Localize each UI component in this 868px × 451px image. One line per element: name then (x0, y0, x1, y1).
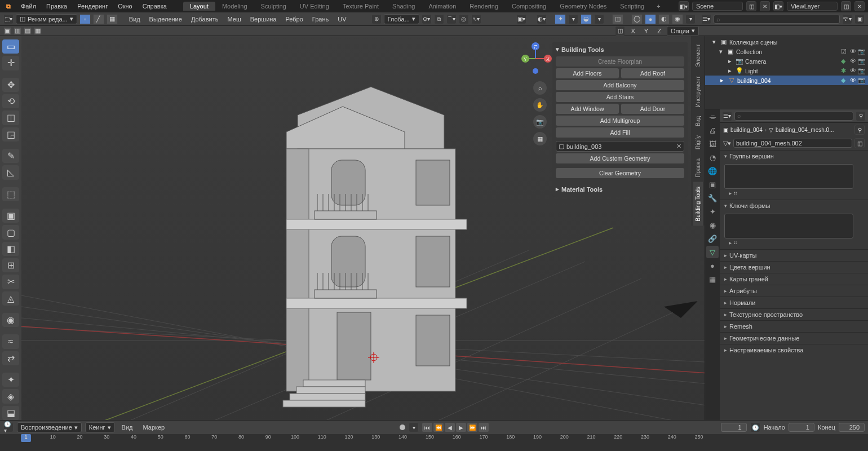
breadcrumb-pin-icon[interactable]: ⚲ (854, 125, 865, 135)
shading-material[interactable]: ◐ (658, 14, 670, 24)
tab-sculpting[interactable]: Sculpting (254, 2, 293, 11)
panel-texspace[interactable]: ▸Текстурное пространство (720, 309, 868, 320)
tool-smooth[interactable]: ≈ (2, 334, 19, 348)
panel-custom[interactable]: ▸Настраиваемые свойства (720, 344, 868, 356)
timeline-ruler[interactable]: 1 11020304050607080901001101201301401501… (0, 434, 868, 451)
add-floors-button[interactable]: Add Floors (556, 68, 619, 78)
tool-edgeslide[interactable]: ⇄ (2, 351, 19, 365)
gizmo-menu-icon[interactable]: ▾ (568, 14, 578, 24)
menu-window[interactable]: Окно (113, 0, 138, 12)
proportional-toggle[interactable]: ◎ (459, 14, 469, 24)
menu-uv[interactable]: UV (334, 15, 349, 23)
panel-vcolors[interactable]: ▸Цвета вершин (720, 262, 868, 273)
viewport[interactable]: Пользовательская перспектива (1) buildin… (21, 36, 705, 420)
eye-icon[interactable]: 👁 (849, 77, 857, 84)
snap-menu-icon[interactable]: ⌒▾ (446, 14, 457, 24)
nav-gizmo[interactable]: Z X Y (519, 42, 552, 76)
scene-browse-icon[interactable]: ◧▾ (679, 1, 689, 11)
ptab-material[interactable]: ● (706, 259, 719, 272)
select-mode-face[interactable]: ▦ (107, 14, 118, 24)
selmode-icon-4[interactable]: ▦ (34, 27, 42, 35)
ptab-particle[interactable]: ✦ (706, 205, 719, 218)
tab-rendering[interactable]: Rendering (463, 2, 505, 11)
scene-new-button[interactable]: ◫ (746, 1, 756, 11)
ptab-constraint[interactable]: 🔗 (706, 232, 719, 245)
add-roof-button[interactable]: Add Roof (621, 68, 684, 78)
tab-uv[interactable]: UV Editing (293, 2, 336, 11)
tab-animation[interactable]: Animation (422, 2, 463, 11)
overlay-menu-icon[interactable]: ▾ (594, 14, 604, 24)
outliner-building[interactable]: ▸▽ building_004 ◆ 👁📷 (705, 76, 868, 85)
tool-bevel[interactable]: ◧ (2, 242, 19, 256)
tool-extrude[interactable]: ▣ (2, 209, 19, 223)
tool-move[interactable]: ✥ (2, 78, 19, 92)
play-reverse-button[interactable]: ◀ (445, 423, 455, 432)
outliner-new-collection-icon[interactable]: ▣ (854, 14, 865, 24)
playback-menu[interactable]: Воспроизведение▾ (17, 422, 82, 432)
tool-scale[interactable]: ◫ (2, 110, 19, 125)
add-workspace-button[interactable]: + (654, 3, 662, 10)
panel-attributes[interactable]: ▸Атрибуты (720, 285, 868, 297)
ptab-render[interactable]: ⌯ (706, 110, 719, 123)
shading-rendered[interactable]: ◉ (672, 14, 683, 24)
xray-toggle[interactable]: ◫ (612, 14, 623, 24)
zoom-icon[interactable]: ⌕ (533, 81, 547, 95)
menu-render[interactable]: Рендеринг (72, 0, 113, 12)
tab-modeling[interactable]: Modeling (215, 2, 254, 11)
render-icon[interactable]: 📷 (858, 77, 866, 84)
tool-loopcut[interactable]: ⊞ (2, 258, 19, 272)
tool-cursor[interactable]: ✛ (2, 56, 19, 70)
tab-layout[interactable]: Layout (183, 2, 215, 11)
ptab-viewlayer[interactable]: 🖼 (706, 138, 719, 150)
menu-view[interactable]: Вид (126, 15, 144, 23)
tool-riprgn[interactable]: ⬓ (2, 406, 19, 420)
breadcrumb-mesh[interactable]: building_004_mesh.0... (776, 127, 834, 133)
menu-vertex[interactable]: Вершина (247, 15, 280, 23)
properties-search[interactable]: ⌕ (734, 112, 853, 121)
breadcrumb-object[interactable]: building_004 (730, 127, 763, 133)
add-multigroup-button[interactable]: Add Multigroup (556, 116, 684, 126)
snap-toggle[interactable]: ⧉ (434, 14, 444, 24)
tool-inset[interactable]: ▢ (2, 225, 19, 239)
keyframe-prev-button[interactable]: ⏪ (433, 423, 444, 432)
autokey-toggle[interactable] (400, 425, 405, 430)
pan-icon[interactable]: ✋ (533, 98, 547, 112)
ntab-view[interactable]: Вид (693, 112, 703, 131)
panel-building-tools-header[interactable]: ▾Building Tools (556, 44, 684, 55)
keying-menu[interactable]: Кеинг▾ (85, 422, 115, 432)
viewlayer-new-button[interactable]: ◫ (841, 1, 851, 11)
axis-x-label[interactable]: X (627, 27, 638, 35)
tab-shading[interactable]: Shading (386, 2, 422, 11)
ptab-modifier[interactable]: 🔧 (706, 192, 719, 204)
tab-geonodes[interactable]: Geometry Nodes (553, 2, 613, 11)
timeline-marker-menu[interactable]: Маркер (139, 423, 168, 431)
ptab-output[interactable]: 🖨 (706, 124, 719, 136)
tool-annotate[interactable]: ✎ (2, 149, 19, 163)
selmode-icon-1[interactable]: ▣ (3, 27, 11, 35)
outliner-tree[interactable]: ▾▣ Коллекция сцены ▾▣ Collection ☑👁📷 ▸📷 … (705, 36, 868, 109)
orientation-dropdown[interactable]: Глоба...▾ (384, 14, 419, 24)
timeline-editor-icon[interactable]: 🕓▾ (3, 422, 14, 432)
pivot-icon[interactable]: ⊙▾ (422, 14, 432, 24)
shading-wireframe[interactable]: ◯ (631, 14, 643, 24)
preview-range-icon[interactable]: 🕓 (750, 422, 760, 432)
autokey-menu-icon[interactable]: ▾ (409, 422, 419, 432)
camera-icon[interactable]: 📷 (533, 115, 547, 129)
select-mode-vertex[interactable]: ▫ (79, 14, 91, 24)
xyz-toggle-icon[interactable]: ◫ (615, 26, 625, 36)
tool-shear[interactable]: ◈ (2, 389, 19, 403)
current-frame-field[interactable]: 1 (721, 423, 747, 432)
mesh-browse-icon[interactable]: ◫ (854, 138, 865, 148)
jump-start-button[interactable]: ⏮ (422, 423, 432, 432)
menu-edit[interactable]: Правка (41, 0, 72, 12)
tool-select-box[interactable]: ▭ (2, 39, 19, 54)
clear-geometry-button[interactable]: Clear Geometry (556, 168, 684, 178)
tool-polybuild[interactable]: ◬ (2, 291, 19, 306)
timeline-view-menu[interactable]: Вид (118, 423, 136, 431)
tool-transform[interactable]: ◲ (2, 127, 19, 142)
menu-edge[interactable]: Ребро (282, 15, 306, 23)
ptab-mesh[interactable]: ▽ (706, 246, 719, 258)
mesh-visibility-icon[interactable]: ▣▾ (516, 14, 526, 24)
menu-add[interactable]: Добавить (188, 15, 222, 23)
tool-rotate[interactable]: ⟲ (2, 94, 19, 108)
